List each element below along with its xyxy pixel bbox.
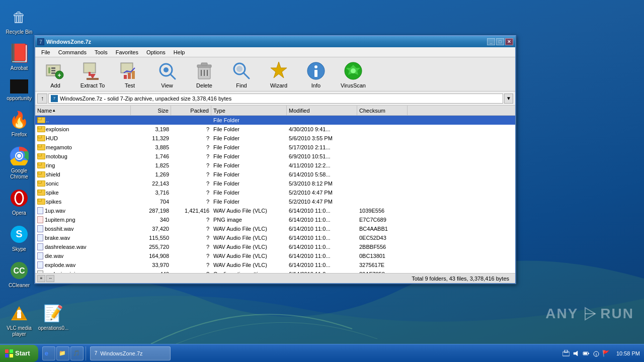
tray-flag-icon[interactable]: 🚩 [602,349,610,357]
toolbar-delete-button[interactable]: Delete [186,59,222,90]
svg-rect-19 [51,67,55,69]
col-header-packed[interactable]: Packed [171,106,211,115]
table-row[interactable]: dashrelease.wav 255,720 ? WAV Audio File… [35,242,515,251]
file-name-cell: explosion [35,125,131,134]
toolbar-info-button[interactable]: Info [298,59,334,90]
table-row[interactable]: shield 1,269 ? File Folder 6/14/2010 5:5… [35,170,515,179]
col-header-modified[interactable]: Modified [287,106,357,115]
col-header-size[interactable]: Size [131,106,171,115]
taskbar-7zip-item[interactable]: 7 WindowsZone.7z [90,346,171,360]
status-btn-1[interactable]: ≡ [37,275,45,282]
desktop-icon-vlc[interactable]: VLC media player [3,301,35,339]
col-header-checksum[interactable]: Checksum [357,106,408,115]
table-row[interactable]: explosion 3,198 ? File Folder 4/30/2010 … [35,125,515,134]
toolbar-view-button[interactable]: View [149,59,185,90]
table-row[interactable]: megamoto 3,885 ? File Folder 5/17/2010 2… [35,143,515,152]
back-button[interactable]: ↑ [37,94,47,104]
toolbar-extract-button[interactable]: Extract To [74,59,111,90]
taskbar-media[interactable]: 🎵 [70,346,84,360]
file-checksum-cell: 3275617E [357,260,408,269]
toolbar-test-button[interactable]: Test [112,59,148,90]
menu-file[interactable]: File [37,48,54,56]
desktop-icon-opera[interactable]: Opera [3,186,35,218]
file-type-cell: WAV Audio File (VLC) [211,251,287,260]
toolbar-find-button[interactable]: Find [223,59,260,90]
desktop-icon-skype[interactable]: S Skype [3,222,35,254]
desktop-icon-operations[interactable]: 📝 operations0... [37,301,69,339]
file-packed: ? [206,235,209,241]
file-name-cell: shield [35,170,131,179]
table-row[interactable]: motobug 1,746 ? File Folder 6/9/2010 10:… [35,152,515,161]
col-header-type[interactable]: Type [211,106,287,115]
desktop-icon-ccleaner[interactable]: CC CCleaner [3,258,35,291]
address-dropdown[interactable]: ▼ [504,94,513,104]
tray-antivirus-icon[interactable]: ! [592,349,600,357]
file-packed: ? [206,244,209,250]
close-button[interactable]: ✕ [505,38,513,45]
table-row[interactable]: explode.wav 33,970 ? WAV Audio File (VLC… [35,260,515,269]
desktop-icon-opportunity[interactable]: opportunity [3,77,35,104]
desktop-icon-chrome[interactable]: Google Chrome [3,144,35,182]
file-modified: 6/9/2010 10:51... [289,153,331,159]
file-modified-cell: 6/9/2010 10:51... [287,152,357,161]
start-button[interactable]: Start [0,345,38,362]
file-name-cell: motobug [35,152,131,161]
file-icon [37,216,43,223]
delete-button-label: Delete [196,82,212,88]
file-checksum-cell [357,161,408,170]
menu-help[interactable]: Help [170,48,189,56]
taskbar-folder[interactable]: 📁 [56,346,69,360]
file-packed-cell: ? [171,161,211,170]
file-packed: 1,421,416 [185,208,209,214]
file-size-cell: 3,198 [131,125,171,134]
menu-favorites[interactable]: Favorites [112,48,142,56]
file-name-cell: spike [35,188,131,197]
svg-rect-28 [87,78,99,80]
menu-commands[interactable]: Commands [54,48,91,56]
table-row[interactable]: HUD 11,329 ? File Folder 5/6/2010 3:55 P… [35,134,515,143]
info-button-label: Info [311,82,320,88]
table-row[interactable]: brake.wav 115,550 ? WAV Audio File (VLC)… [35,233,515,242]
table-row[interactable]: die.wav 164,908 ? WAV Audio File (VLC) 6… [35,251,515,260]
maximize-button[interactable]: □ [496,38,504,45]
file-modified-cell: 6/14/2010 11:0... [287,251,357,260]
table-row[interactable]: sonic 22,143 ? File Folder 5/3/2010 8:12… [35,179,515,188]
file-type-cell: WAV Audio File (VLC) [211,206,287,215]
tray-volume-icon[interactable] [572,349,580,357]
file-size: 1,825 [155,162,169,168]
desktop-icon-acrobat[interactable]: 📕 Acrobat [3,41,35,73]
file-checksum-cell: 1039E556 [357,206,408,215]
file-packed: ? [206,226,209,232]
file-size-cell: 3,716 [131,188,171,197]
menu-options[interactable]: Options [142,48,170,56]
file-packed-cell: ? [171,233,211,242]
windows-logo-icon [5,349,13,357]
file-icon [37,234,43,241]
toolbar-virusscan-button[interactable]: VirusScan [335,59,371,90]
svg-point-45 [236,66,243,72]
desktop-icon-firefox[interactable]: 🔥 Firefox [3,108,35,140]
file-modified-cell: 6/14/2010 11:0... [287,269,357,273]
file-name: ring [46,162,55,168]
table-row[interactable]: 1up.wav 287,198 1,421,416 WAV Audio File… [35,206,515,215]
table-row[interactable]: ring 1,825 ? File Folder 4/11/2010 12:2.… [35,161,515,170]
table-row[interactable]: spikes 704 ? File Folder 5/2/2010 4:47 P… [35,197,515,206]
taskbar-ie[interactable]: e [42,346,55,360]
table-row[interactable]: bosshit.wav 37,420 ? WAV Audio File (VLC… [35,224,515,233]
desktop-icon-recycle-bin[interactable]: 🗑 Recycle Bin [3,5,35,37]
tray-battery-icon[interactable] [582,349,590,357]
minimize-button[interactable]: _ [487,38,495,45]
tray-network-icon[interactable] [562,349,570,357]
toolbar-add-button[interactable]: + Add [37,59,73,90]
table-row[interactable]: spike 3,716 ? File Folder 5/2/2010 4:47 … [35,188,515,197]
menu-tools[interactable]: Tools [91,48,112,56]
status-btn-2[interactable]: ↔ [46,275,54,282]
anyrun-watermark: ANY RUN [545,306,634,322]
file-modified: 5/6/2010 3:55 PM [289,135,333,141]
taskbar-7zip-icon: 7 [95,350,98,356]
table-row[interactable]: 1upitem.png 340 ? PNG image 6/14/2010 11… [35,215,515,224]
table-row[interactable]: explosion.ini 449 ? Configuration settin… [35,269,515,273]
table-row[interactable]: .. File Folder [35,116,515,125]
toolbar-wizard-button[interactable]: Wizard [261,59,297,90]
col-header-name[interactable]: Name [35,106,131,115]
